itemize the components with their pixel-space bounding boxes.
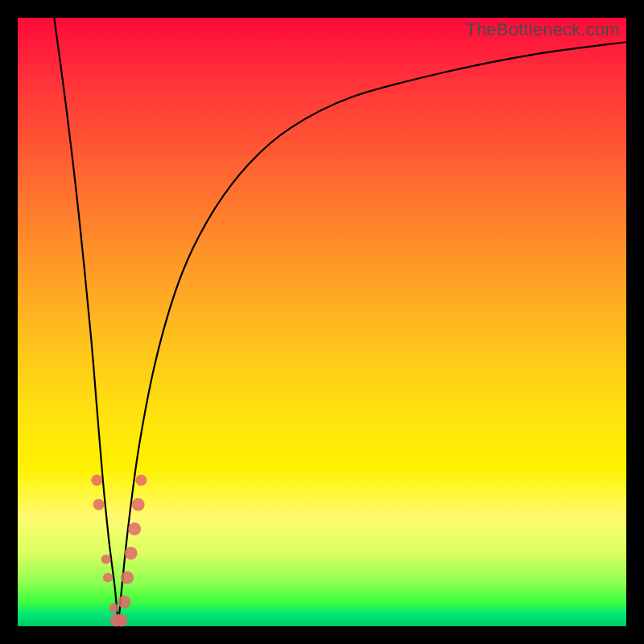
- curve-left-branch: [54, 18, 118, 626]
- highlight-dot: [125, 547, 138, 559]
- curve-right-branch: [118, 42, 626, 626]
- highlight-dot: [93, 499, 105, 510]
- highlight-dot: [135, 475, 147, 486]
- highlight-dot: [132, 498, 145, 511]
- highlight-dot: [103, 573, 113, 583]
- highlight-dot: [109, 603, 118, 613]
- highlight-dot: [121, 572, 134, 584]
- highlight-dot: [101, 555, 111, 564]
- highlight-dot: [115, 613, 128, 626]
- highlight-dot: [91, 475, 102, 486]
- highlight-dots-group: [91, 475, 147, 627]
- highlight-dot: [118, 596, 130, 609]
- chart-frame: TheBottleneck.com: [18, 18, 626, 626]
- highlight-dot: [128, 522, 141, 535]
- chart-svg: [18, 18, 626, 626]
